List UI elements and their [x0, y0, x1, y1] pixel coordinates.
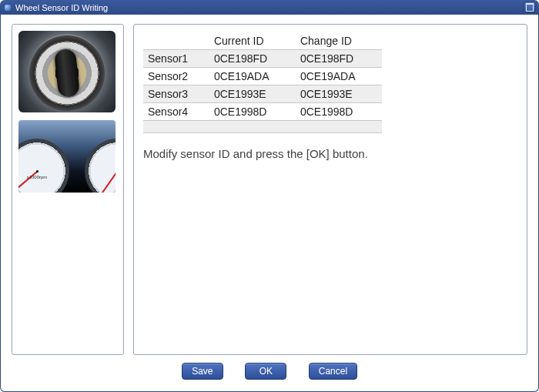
window-title: Wheel Sensor ID Writing	[15, 3, 108, 12]
sensor-change-id[interactable]: 0CE198FD	[296, 50, 382, 68]
sensor-table: Current ID Change ID Sensor1 0CE198FD 0C…	[143, 32, 382, 133]
save-button[interactable]: Save	[182, 363, 223, 380]
speedometer-gauge	[85, 139, 116, 193]
image-panel: x1000rpm	[12, 24, 124, 355]
table-row[interactable]: Sensor1 0CE198FD 0CE198FD	[143, 50, 382, 68]
gauge-needle	[102, 171, 116, 193]
header-current-id: Current ID	[209, 32, 296, 50]
app-icon	[5, 5, 11, 11]
sensor-name: Sensor3	[143, 85, 209, 103]
gauge-label: x1000rpm	[18, 175, 69, 179]
gauge-needle	[18, 171, 38, 189]
table-row[interactable]: Sensor3 0CE1993E 0CE1993E	[143, 85, 382, 103]
sensor-name: Sensor1	[143, 50, 209, 68]
sensor-change-id[interactable]: 0CE19ADA	[296, 68, 382, 85]
header-change-id: Change ID	[296, 32, 382, 50]
table-row-empty	[143, 121, 382, 133]
sensor-name: Sensor2	[143, 68, 209, 85]
gauge-hub	[36, 170, 38, 173]
window-body: x1000rpm Current ID Change ID Sensor1 0C…	[0, 15, 539, 392]
dashboard-photo: x1000rpm	[18, 120, 116, 193]
main-panel: Current ID Change ID Sensor1 0CE198FD 0C…	[133, 24, 527, 355]
titlebar[interactable]: Wheel Sensor ID Writing	[0, 0, 539, 15]
sensor-current-id: 0CE19ADA	[209, 68, 296, 85]
sensor-name: Sensor4	[143, 103, 209, 121]
table-header-row: Current ID Change ID	[143, 32, 382, 50]
sensor-current-id: 0CE198FD	[209, 50, 296, 68]
sensor-current-id: 0CE1998D	[209, 103, 296, 121]
sensor-current-id: 0CE1993E	[209, 85, 296, 103]
header-blank	[143, 32, 209, 50]
content-area: x1000rpm Current ID Change ID Sensor1 0C…	[12, 24, 527, 355]
cancel-button[interactable]: Cancel	[309, 363, 357, 380]
ignition-photo	[18, 31, 116, 112]
table-row[interactable]: Sensor2 0CE19ADA 0CE19ADA	[143, 68, 382, 85]
instruction-text: Modify sensor ID and press the [OK] butt…	[143, 147, 517, 160]
ok-button[interactable]: OK	[245, 363, 286, 380]
button-row: Save OK Cancel	[12, 363, 527, 380]
maximize-button[interactable]	[524, 2, 536, 12]
table-row[interactable]: Sensor4 0CE1998D 0CE1998D	[143, 103, 382, 121]
sensor-change-id[interactable]: 0CE1993E	[296, 85, 382, 103]
sensor-change-id[interactable]: 0CE1998D	[296, 103, 382, 121]
tachometer-gauge: x1000rpm	[18, 139, 69, 193]
